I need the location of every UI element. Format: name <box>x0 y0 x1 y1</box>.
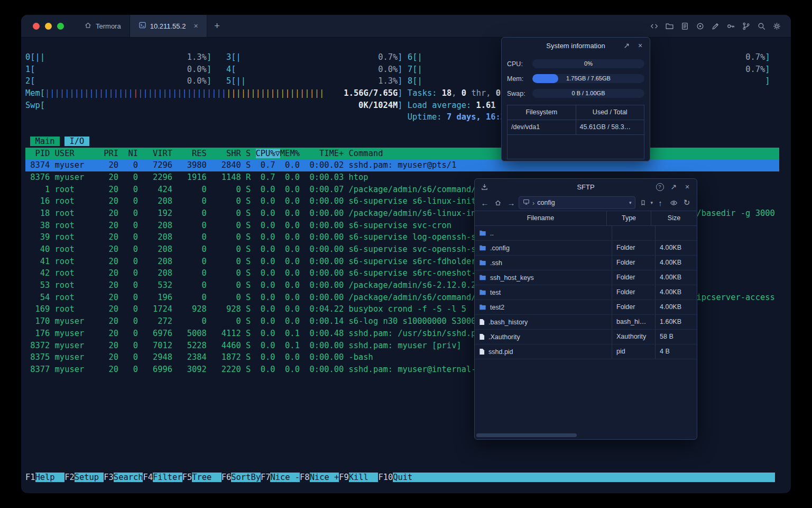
horizontal-scrollbar[interactable] <box>476 433 695 437</box>
folder-icon <box>479 304 486 311</box>
cpu-meter-row: CPU: 0% <box>502 59 650 68</box>
help-icon[interactable]: ? <box>656 183 664 191</box>
fnkey-F4-label[interactable]: Filter <box>153 473 182 482</box>
filesystem-row[interactable]: /dev/vda1 45.61GB / 58.3… <box>508 120 644 135</box>
home-button[interactable] <box>492 197 504 208</box>
detach-panel-icon[interactable]: ↗ <box>669 183 678 191</box>
tab-session[interactable]: 10.211.55.2 × <box>130 15 207 37</box>
system-information-panel: System information ↗ × CPU: 0% Mem: 1.75… <box>501 37 650 161</box>
fnkey-F7: F7 <box>261 473 271 482</box>
file-size: 4.00KB <box>656 270 697 285</box>
detach-panel-icon[interactable]: ↗ <box>622 41 631 50</box>
sysinfo-titlebar: System information ↗ × <box>502 38 650 53</box>
sftp-file-row[interactable]: ssh_host_keysFolder4.00KB <box>475 270 697 285</box>
new-tab-button[interactable]: + <box>207 15 227 37</box>
column-size[interactable]: Size <box>651 211 697 225</box>
terminal-line <box>25 448 779 460</box>
fnkey-F7-label[interactable]: Nice - <box>270 473 300 482</box>
htop-screen-tabs[interactable]: Main I/O <box>25 135 779 148</box>
mem-label: Mem: <box>507 75 532 83</box>
process-table-header[interactable]: PID USER PRI NI VIRT RES SHR S CPU%▽MEM%… <box>25 148 779 160</box>
sftp-file-row[interactable]: sshd.pidpid4 B <box>475 344 697 359</box>
cpu-meter-line: Swp[ 0K/1024M] Load average: 1.61 1 <box>25 99 779 112</box>
mem-meter-row: Mem: 1.75GB / 7.65GB <box>502 74 650 83</box>
file-name: .Xauthority <box>488 333 520 341</box>
refresh-button[interactable]: ↻ <box>681 197 693 208</box>
fnkey-F2-label[interactable]: Setup <box>75 473 104 482</box>
sftp-navbar: ← → › config ▾ ▾ ↑ <box>475 195 697 211</box>
app-window: Termora 10.211.55.2 × + <box>21 15 791 493</box>
cpu-meter-line: 2[ 0.0%] 5[|| 1.3%] 8[| ] <box>25 75 779 87</box>
fnkey-F3-label[interactable]: Search <box>114 473 143 482</box>
path-breadcrumb[interactable]: › config ▾ <box>519 196 635 209</box>
zoom-window-button[interactable] <box>57 23 64 30</box>
folder-icon[interactable] <box>665 22 674 31</box>
sftp-file-row[interactable]: .. <box>475 226 697 241</box>
filesystem-table: Filesystem Used / Total /dev/vda1 45.61G… <box>507 105 644 159</box>
fnkey-F10: F10 <box>378 473 393 482</box>
record-icon[interactable] <box>696 22 705 31</box>
close-tab-icon[interactable]: × <box>193 22 198 30</box>
terminal-icon <box>139 21 146 31</box>
cpu-meter-line: 1[ 0.0%] 4[ 0.0%] 7[| 0.7%] <box>25 64 779 76</box>
parent-directory-button[interactable]: ↑ <box>654 197 666 208</box>
breadcrumb-chevron: › <box>532 199 534 207</box>
sftp-panel: SFTP ? ↗ × ← → › config <box>474 178 697 440</box>
bookmark-button[interactable] <box>637 197 649 208</box>
file-name: sshd.pid <box>488 348 513 356</box>
cpu-progress-text: 0% <box>532 59 644 68</box>
sftp-file-row[interactable]: testFolder4.00KB <box>475 285 697 300</box>
current-directory: config <box>537 199 555 206</box>
minimize-window-button[interactable] <box>45 23 52 30</box>
path-dropdown-icon[interactable]: ▾ <box>629 200 632 205</box>
folder-icon <box>479 230 486 237</box>
file-name: .config <box>490 244 510 252</box>
fnkey-F8-label[interactable]: Nice + <box>310 473 339 482</box>
search-icon[interactable] <box>757 22 766 31</box>
column-type[interactable]: Type <box>606 211 651 225</box>
sftp-file-row[interactable]: .sshFolder4.00KB <box>475 256 697 270</box>
code-icon[interactable] <box>650 22 659 31</box>
fnkey-F5-label[interactable]: Tree <box>192 473 222 482</box>
bookmark-dropdown-icon[interactable]: ▾ <box>650 200 653 205</box>
close-panel-icon[interactable]: × <box>636 41 644 50</box>
tab-termora[interactable]: Termora <box>76 15 130 37</box>
fnkey-F10-label[interactable]: Quit <box>393 473 775 482</box>
titlebar: Termora 10.211.55.2 × + <box>21 15 791 38</box>
file-icon <box>479 348 485 355</box>
branch-icon[interactable] <box>742 22 751 31</box>
fnkey-F9-label[interactable]: Kill <box>349 473 379 482</box>
file-size <box>656 226 697 240</box>
traffic-lights <box>21 15 76 37</box>
fnkey-F1-label[interactable]: Help <box>35 473 65 482</box>
scrollbar-thumb[interactable] <box>476 433 577 437</box>
mem-progress-text: 1.75GB / 7.65GB <box>532 74 644 83</box>
process-row[interactable]: 8374 myuser 20 0 7296 3980 2840 S 0.7 0.… <box>25 159 779 171</box>
pencil-icon[interactable] <box>711 22 720 31</box>
sftp-file-row[interactable]: .XauthorityXauthority58 B <box>475 330 697 344</box>
fs-usage: 45.61GB / 58.3… <box>576 120 644 134</box>
close-window-button[interactable] <box>33 23 40 30</box>
sftp-file-row[interactable]: .bash_historybash_hi…1.60KB <box>475 315 697 330</box>
column-filename[interactable]: Filename <box>475 211 606 225</box>
back-button[interactable]: ← <box>479 197 491 208</box>
sftp-file-row[interactable]: test2Folder4.00KB <box>475 300 697 315</box>
fnkey-F8: F8 <box>300 473 310 482</box>
close-panel-icon[interactable]: × <box>683 183 691 191</box>
log-icon[interactable] <box>680 22 689 31</box>
fnkey-F3: F3 <box>104 473 114 482</box>
file-type <box>612 226 656 240</box>
sftp-file-row[interactable]: .configFolder4.00KB <box>475 241 697 256</box>
key-icon[interactable] <box>726 22 735 31</box>
fnkey-F6-label[interactable]: SortBy <box>231 473 261 482</box>
sftp-titlebar: SFTP ? ↗ × <box>475 179 697 195</box>
terminal-line <box>25 123 779 135</box>
function-key-bar: F1Help F2Setup F3SearchF4FilterF5Tree F6… <box>25 471 779 484</box>
fnkey-F9: F9 <box>339 473 349 482</box>
cpu-label: CPU: <box>507 60 532 68</box>
forward-button[interactable]: → <box>505 197 517 208</box>
settings-icon[interactable] <box>772 22 781 31</box>
swap-progress-text: 0 B / 1.00GB <box>532 89 644 98</box>
show-hidden-button[interactable] <box>668 197 679 208</box>
transfers-icon[interactable] <box>480 183 488 191</box>
